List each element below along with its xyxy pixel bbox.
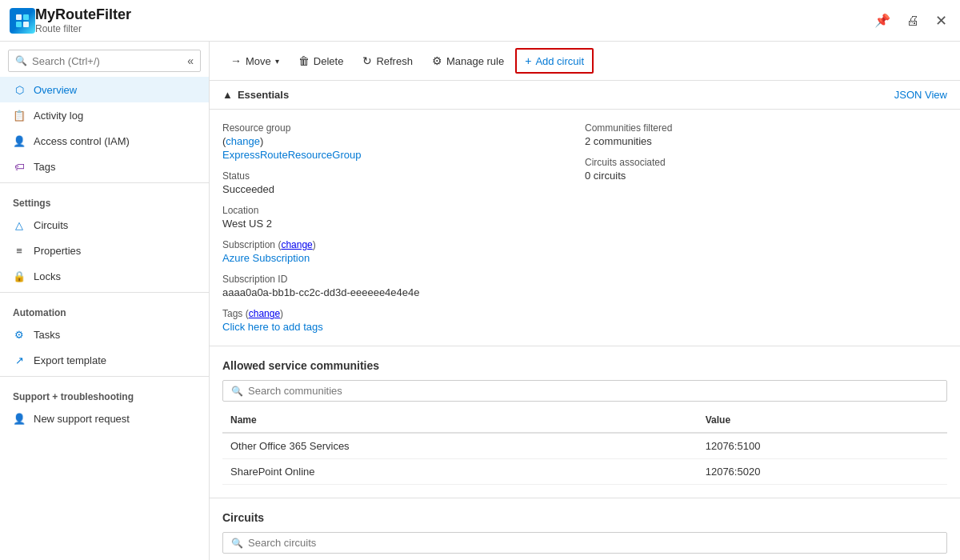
essentials-subscription-id: Subscription ID aaaa0a0a-bb1b-cc2c-dd3d-… (222, 274, 585, 298)
close-button[interactable]: ✕ (932, 9, 950, 33)
essentials-col-right: Communities filtered 2 communities Circu… (585, 122, 947, 333)
essentials-circuits-associated: Circuits associated 0 circuits (585, 157, 947, 182)
sidebar-item-locks-label: Locks (34, 270, 61, 282)
circuits-associated-value: 0 circuits (585, 170, 947, 182)
move-label: Move (246, 55, 271, 67)
move-icon: → (230, 54, 242, 67)
refresh-icon: ↻ (362, 54, 372, 67)
content-body: ▲ Essentials JSON View Resource group (c… (210, 81, 960, 560)
print-button[interactable]: 🖨 (903, 10, 922, 31)
status-label: Status (222, 170, 585, 182)
communities-value: 2 communities (585, 135, 947, 147)
sidebar-item-properties[interactable]: ≡ Properties (0, 238, 209, 263)
sidebar-item-tasks[interactable]: ⚙ Tasks (0, 322, 209, 347)
community-value: 12076:5020 (698, 459, 947, 485)
refresh-button[interactable]: ↻ Refresh (354, 50, 421, 72)
page-subtitle: Route filter (35, 23, 871, 34)
essentials-status: Status Succeeded (222, 170, 585, 195)
main-layout: 🔍 « ⬡ Overview 📋 Activity log 👤 Access c… (0, 42, 960, 560)
communities-label: Communities filtered (585, 122, 947, 134)
sidebar-item-activity-log-label: Activity log (34, 110, 83, 122)
essentials-col-left: Resource group (change) ExpressRouteReso… (222, 122, 585, 333)
svg-rect-1 (23, 14, 29, 20)
sidebar: 🔍 « ⬡ Overview 📋 Activity log 👤 Access c… (0, 42, 210, 560)
app-icon (10, 8, 35, 34)
sidebar-item-access-control[interactable]: 👤 Access control (IAM) (0, 128, 209, 154)
subscription-name-link[interactable]: Azure Subscription (222, 252, 310, 264)
export-icon: ↗ (13, 354, 26, 366)
circuits-associated-label: Circuits associated (585, 157, 947, 168)
allowed-communities-title: Allowed service communities (222, 359, 947, 372)
sidebar-item-tasks-label: Tasks (34, 329, 60, 341)
svg-rect-2 (16, 22, 22, 27)
essentials-title-text: Essentials (238, 89, 289, 101)
communities-col-name: Name (222, 408, 698, 433)
locks-icon: 🔒 (13, 270, 26, 282)
sidebar-item-new-support-request[interactable]: 👤 New support request (0, 406, 209, 431)
svg-rect-3 (23, 22, 29, 27)
sidebar-search-box: 🔍 « (8, 50, 201, 72)
tags-change-link[interactable]: change (249, 308, 280, 319)
circuits-search-box: 🔍 (222, 532, 947, 554)
essentials-subscription: Subscription (change) Azure Subscription (222, 239, 585, 264)
circuits-title: Circuits (222, 511, 947, 524)
sidebar-item-overview[interactable]: ⬡ Overview (0, 77, 209, 102)
subscription-label: Subscription (change) (222, 239, 585, 250)
sidebar-item-export-template[interactable]: ↗ Export template (0, 347, 209, 373)
tasks-icon: ⚙ (13, 328, 26, 341)
sidebar-search-input[interactable] (32, 55, 184, 67)
communities-search-input[interactable] (248, 385, 938, 397)
sidebar-item-properties-label: Properties (34, 245, 81, 257)
collapse-button[interactable]: « (187, 54, 194, 67)
communities-table-header: Name Value (222, 408, 947, 433)
page-title: MyRouteFilter (35, 6, 871, 23)
location-value: West US 2 (222, 218, 585, 230)
pin-button[interactable]: 📌 (871, 10, 894, 31)
resource-group-name-link[interactable]: ExpressRouteResourceGroup (222, 149, 361, 161)
resource-group-change-link[interactable]: change (226, 135, 260, 147)
access-control-icon: 👤 (13, 134, 26, 147)
resource-group-value: (change) (222, 135, 585, 147)
add-circuit-icon: + (525, 54, 531, 67)
tags-icon: 🏷 (13, 160, 26, 173)
sidebar-item-access-control-label: Access control (IAM) (34, 135, 130, 147)
communities-table: Name Value Other Office 365 Services1207… (222, 408, 947, 485)
sidebar-item-locks[interactable]: 🔒 Locks (0, 263, 209, 289)
resource-group-label: Resource group (222, 122, 585, 134)
sidebar-item-activity-log[interactable]: 📋 Activity log (0, 102, 209, 128)
manage-rule-label: Manage rule (446, 55, 504, 67)
move-button[interactable]: → Move ▾ (222, 50, 287, 72)
delete-button[interactable]: 🗑 Delete (290, 50, 352, 72)
support-icon: 👤 (13, 412, 26, 425)
nav-divider-settings (0, 182, 209, 183)
community-name: Other Office 365 Services (222, 433, 698, 459)
section-header-settings: Settings (0, 186, 209, 212)
sidebar-item-new-support-request-label: New support request (34, 413, 130, 425)
community-value: 12076:5100 (698, 433, 947, 459)
sidebar-item-tags-label: Tags (34, 161, 55, 173)
add-circuit-label: Add circuit (535, 55, 584, 67)
sidebar-item-circuits[interactable]: △ Circuits (0, 212, 209, 238)
manage-rule-icon: ⚙ (432, 54, 442, 67)
subscription-id-label: Subscription ID (222, 274, 585, 285)
json-view-link[interactable]: JSON View (894, 89, 947, 101)
sidebar-search-icon: 🔍 (15, 55, 27, 66)
manage-rule-button[interactable]: ⚙ Manage rule (424, 50, 512, 72)
content-area: → Move ▾ 🗑 Delete ↻ Refresh ⚙ Manage rul… (210, 42, 960, 560)
subscription-value: Azure Subscription (222, 252, 585, 264)
tags-add-link[interactable]: Click here to add tags (222, 321, 323, 333)
allowed-communities-section: Allowed service communities 🔍 Name Value… (210, 346, 960, 498)
essentials-resource-group: Resource group (change) ExpressRouteReso… (222, 122, 585, 161)
resource-group-name: ExpressRouteResourceGroup (222, 149, 585, 161)
toolbar: → Move ▾ 🗑 Delete ↻ Refresh ⚙ Manage rul… (210, 42, 960, 81)
sidebar-item-overview-label: Overview (34, 84, 77, 96)
essentials-title: ▲ Essentials (222, 89, 289, 101)
title-info: MyRouteFilter Route filter (35, 6, 871, 34)
move-chevron-icon: ▾ (275, 57, 279, 66)
circuits-search-input[interactable] (248, 537, 938, 549)
add-circuit-button[interactable]: + Add circuit (515, 48, 594, 74)
subscription-change-link[interactable]: change (281, 239, 312, 250)
essentials-communities: Communities filtered 2 communities (585, 122, 947, 147)
properties-icon: ≡ (13, 244, 26, 257)
sidebar-item-tags[interactable]: 🏷 Tags (0, 154, 209, 179)
